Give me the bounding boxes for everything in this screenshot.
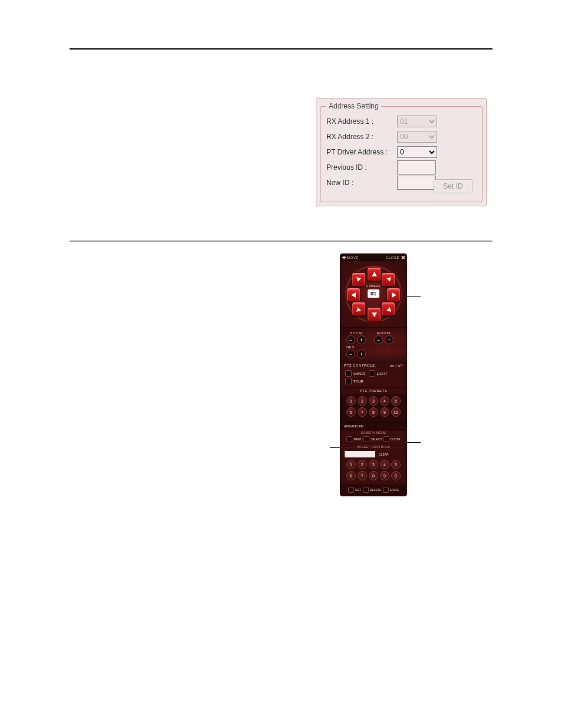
preset-9-button[interactable]: 9 <box>380 407 389 417</box>
button-icon <box>383 487 389 493</box>
menu-button[interactable]: MENU <box>346 436 362 442</box>
rx-address-1-row: RX Address 1 : 01 <box>326 114 476 129</box>
preset-set-button[interactable]: SET <box>348 487 361 493</box>
divider-top <box>70 48 492 50</box>
tour-label: TOUR <box>353 380 363 383</box>
zoom-label: ZOOM <box>346 331 366 335</box>
arrow-right-button[interactable] <box>386 288 401 302</box>
preset-2-button[interactable]: 2 <box>358 396 367 406</box>
iris-open-button[interactable]: + <box>357 350 366 358</box>
preset-6-button[interactable]: 6 <box>346 407 356 417</box>
ptz-controls-title: PTZ CONTROLS <box>344 364 375 367</box>
ptz-titlebar[interactable]: MOVE CLOSE <box>340 254 406 261</box>
keypad-2-button[interactable]: 2 <box>358 460 367 469</box>
keypad-0-button[interactable]: 0 <box>391 471 401 480</box>
pt-driver-address-label: PT Driver Address : <box>326 148 397 156</box>
rx-address-1-label: RX Address 1 : <box>326 117 397 126</box>
previous-id-row: Previous ID : <box>326 160 476 175</box>
advanced-header[interactable]: ADVANCED — <box>340 422 406 430</box>
light-label: LIGHT <box>377 372 388 375</box>
clear-button[interactable]: CLEAR <box>378 453 389 456</box>
preset-set-label: SET <box>355 488 361 492</box>
focus-near-button[interactable]: − <box>374 335 383 344</box>
rx-address-1-select: 01 <box>397 116 437 127</box>
arrow-down-button[interactable] <box>367 307 381 321</box>
ptz-presets-header: PTZ PRESETS <box>340 387 406 394</box>
direction-pad: CAMERA 01 <box>340 261 406 327</box>
ptz-controls-onoff: on / off <box>390 364 403 367</box>
menu-close-button[interactable]: CLOSE <box>384 436 401 442</box>
select-label: SELECT <box>371 437 382 441</box>
close-icon[interactable] <box>401 256 405 259</box>
preset-move-label: MOVE <box>390 488 399 492</box>
camera-number[interactable]: 01 <box>368 289 379 298</box>
callout-line <box>406 442 421 443</box>
preset-controls: CLEAR 1 2 3 4 5 6 7 8 9 0 <box>340 449 406 485</box>
ptz-controller: MOVE CLOSE CAMERA 01 ZOOM − + FOCUS <box>340 253 407 496</box>
preset-id-input[interactable] <box>344 450 376 458</box>
keypad-1-button[interactable]: 1 <box>346 460 356 469</box>
preset-1-button[interactable]: 1 <box>346 396 356 406</box>
preset-3-button[interactable]: 3 <box>369 396 378 406</box>
keypad-7-button[interactable]: 7 <box>358 471 367 480</box>
wiper-toggle[interactable]: WIPER <box>345 370 365 377</box>
preset-move-button[interactable]: MOVE <box>383 487 399 493</box>
select-button[interactable]: SELECT <box>363 436 382 442</box>
titlebar-close-label: CLOSE <box>386 256 399 259</box>
advanced-label: ADVANCED <box>344 424 363 428</box>
divider-mid <box>70 241 492 242</box>
arrow-down-right-button[interactable] <box>381 302 395 316</box>
keypad-3-button[interactable]: 3 <box>369 460 378 469</box>
menu-label: MENU <box>353 437 362 441</box>
new-id-label: New ID : <box>326 179 397 187</box>
keypad-8-button[interactable]: 8 <box>369 471 378 480</box>
light-toggle[interactable]: LIGHT <box>369 370 388 377</box>
ptz-controls-header: PTZ CONTROLS on / off <box>340 362 406 368</box>
focus-group: FOCUS − + <box>374 331 394 344</box>
preset-7-button[interactable]: 7 <box>358 407 367 417</box>
zoom-out-button[interactable]: − <box>346 335 355 344</box>
arrow-down-left-button[interactable] <box>352 302 366 316</box>
keypad-9-button[interactable]: 9 <box>380 471 389 480</box>
titlebar-move-label: MOVE <box>347 256 359 259</box>
preset-10-button[interactable]: 10 <box>391 407 401 417</box>
rx-address-2-select: 00 <box>397 131 437 143</box>
preset-8-button[interactable]: 8 <box>369 407 378 417</box>
tour-toggle[interactable]: TOUR <box>345 378 363 384</box>
address-setting-legend: Address Setting <box>326 102 381 110</box>
camera-menu-header: CAMERA MENU <box>340 430 406 435</box>
checkbox-icon <box>345 370 352 377</box>
ptz-toggles: WIPER LIGHT TOUR <box>340 368 406 387</box>
new-id-input <box>397 176 436 190</box>
callout-line <box>330 447 340 448</box>
previous-id-label: Previous ID : <box>326 163 397 172</box>
zoom-in-button[interactable]: + <box>357 335 366 344</box>
button-icon <box>363 436 369 442</box>
checkbox-icon <box>369 370 375 377</box>
set-id-button: Set ID <box>434 179 472 193</box>
arrow-left-button[interactable] <box>346 288 361 302</box>
keypad-6-button[interactable]: 6 <box>346 471 356 480</box>
button-icon <box>384 436 389 442</box>
camera-menu-buttons: MENU SELECT CLOSE <box>340 435 406 444</box>
zoom-group: ZOOM − + <box>346 331 366 344</box>
iris-close-button[interactable]: − <box>346 350 355 358</box>
focus-far-button[interactable]: + <box>385 335 394 344</box>
keypad-4-button[interactable]: 4 <box>380 460 389 469</box>
preset-5-button[interactable]: 5 <box>391 396 401 406</box>
zoom-focus-section: ZOOM − + FOCUS − + <box>340 327 406 345</box>
collapse-icon: — <box>398 424 403 429</box>
preset-4-button[interactable]: 4 <box>380 396 389 406</box>
button-icon <box>363 487 369 493</box>
pt-driver-address-select[interactable]: 0 <box>397 146 437 158</box>
preset-controls-header: PRESET CONTROLS <box>340 444 406 449</box>
pt-driver-address-row: PT Driver Address : 0 <box>326 144 476 160</box>
camera-label: CAMERA <box>340 284 406 288</box>
checkbox-icon <box>345 378 352 384</box>
keypad-5-button[interactable]: 5 <box>391 460 401 469</box>
previous-id-input <box>397 160 436 174</box>
preset-delete-button[interactable]: DELETE <box>363 487 381 493</box>
preset-delete-label: DELETE <box>370 488 381 492</box>
arrow-up-button[interactable] <box>367 267 381 281</box>
ptz-presets: 1 2 3 4 5 6 7 8 9 10 <box>340 394 406 422</box>
